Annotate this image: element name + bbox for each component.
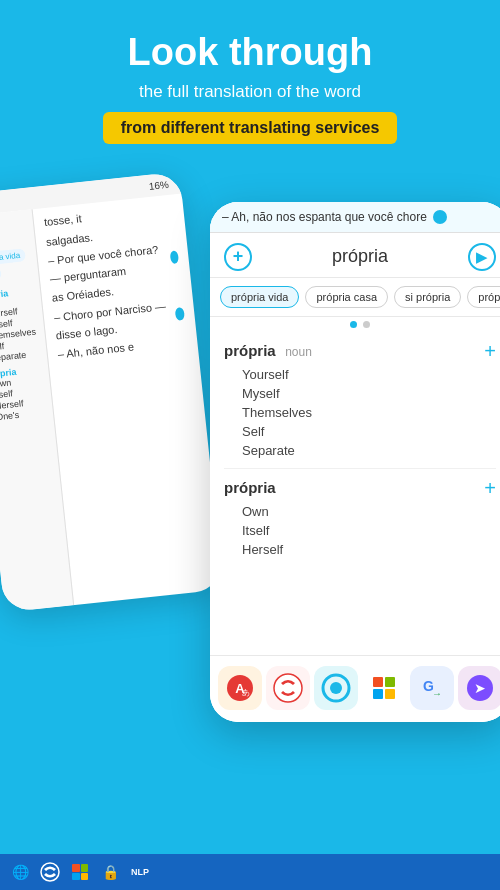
svg-point-10 — [41, 863, 59, 881]
svg-point-5 — [330, 682, 342, 694]
section-2-plus[interactable]: + — [484, 477, 496, 500]
bg-section-2: própria Own Itself Herself One's — [0, 364, 47, 423]
chip-3[interactable]: própria c — [467, 286, 500, 308]
dots-indicator — [210, 317, 500, 330]
service-reverso[interactable] — [266, 666, 310, 710]
service-abbyy[interactable]: A あ — [218, 666, 262, 710]
divider — [224, 468, 496, 469]
bg-battery: 16% — [148, 178, 169, 191]
service-smartcat[interactable]: ➤ — [458, 666, 500, 710]
section-1-header: própria noun + — [224, 340, 496, 363]
section-2-header: própria + — [224, 477, 496, 500]
chip-1[interactable]: própria casa — [305, 286, 388, 308]
highlight-bar: from different translating services — [103, 112, 398, 144]
section-1-word: própria — [224, 342, 276, 359]
taskbar-globe[interactable]: 🌐 — [8, 860, 32, 884]
list-item: Myself — [242, 384, 496, 403]
service-microsoft[interactable] — [362, 666, 406, 710]
highlight-row: – Ah, não nos espanta que você chore — [210, 202, 500, 233]
svg-text:あ: あ — [242, 688, 250, 697]
svg-text:→: → — [432, 688, 442, 699]
background-phone: 2:02 16% + própria vida próp própria nou… — [0, 171, 223, 612]
section-1-pos: noun — [285, 345, 312, 359]
chip-0[interactable]: própria vida — [220, 286, 299, 308]
svg-text:➤: ➤ — [474, 680, 486, 696]
taskbar-nlp[interactable]: NLP — [128, 860, 152, 884]
taskbar-windows[interactable] — [68, 860, 92, 884]
chip-2[interactable]: si própria — [394, 286, 461, 308]
panel-header: + própria ▶ — [210, 233, 500, 278]
panel-sound-button[interactable]: ▶ — [468, 243, 496, 271]
service-omnivore[interactable] — [314, 666, 358, 710]
section-1-list: Yourself Myself Themselves Self Separate — [224, 365, 496, 460]
svg-point-3 — [274, 674, 302, 702]
main-phone: – Ah, não nos espanta que você chore + p… — [210, 202, 500, 722]
list-item: Self — [242, 422, 496, 441]
taskbar: 🌐 🔒 NLP — [0, 854, 500, 890]
dot-0 — [350, 321, 357, 328]
bg-section-1: própria noun Yourself Myself Themselves … — [0, 285, 41, 364]
list-item: Yourself — [242, 365, 496, 384]
taskbar-reverso[interactable] — [38, 860, 62, 884]
section-2-word: própria — [224, 479, 276, 496]
highlight-link-icon — [433, 210, 447, 224]
panel-add-button[interactable]: + — [224, 243, 252, 271]
dot-1 — [363, 321, 370, 328]
list-item: Themselves — [242, 403, 496, 422]
panel-word: própria — [252, 246, 468, 267]
main-title: Look through — [24, 32, 476, 74]
service-google-translate[interactable]: G → — [410, 666, 454, 710]
list-item: Separate — [242, 441, 496, 460]
taskbar-shield[interactable]: 🔒 — [98, 860, 122, 884]
highlight-text: – Ah, não nos espanta que você chore — [222, 210, 427, 224]
bg-tag-1: própria vida — [0, 248, 26, 266]
subtitle: the full translation of the word — [24, 82, 476, 102]
section-2-list: Own Itself Herself — [224, 502, 496, 559]
section-1-plus[interactable]: + — [484, 340, 496, 363]
service-bar: A あ — [210, 655, 500, 722]
list-item: Own — [242, 502, 496, 521]
phone-area: 2:02 16% + própria vida próp própria nou… — [0, 172, 500, 772]
chips-row: própria vida própria casa si própria pró… — [210, 278, 500, 317]
translation-panel: – Ah, não nos espanta que você chore + p… — [210, 202, 500, 722]
list-item: Herself — [242, 540, 496, 559]
bg-tag-2: próp — [0, 267, 2, 283]
list-item: Itself — [242, 521, 496, 540]
top-section: Look through the full translation of the… — [0, 0, 500, 160]
